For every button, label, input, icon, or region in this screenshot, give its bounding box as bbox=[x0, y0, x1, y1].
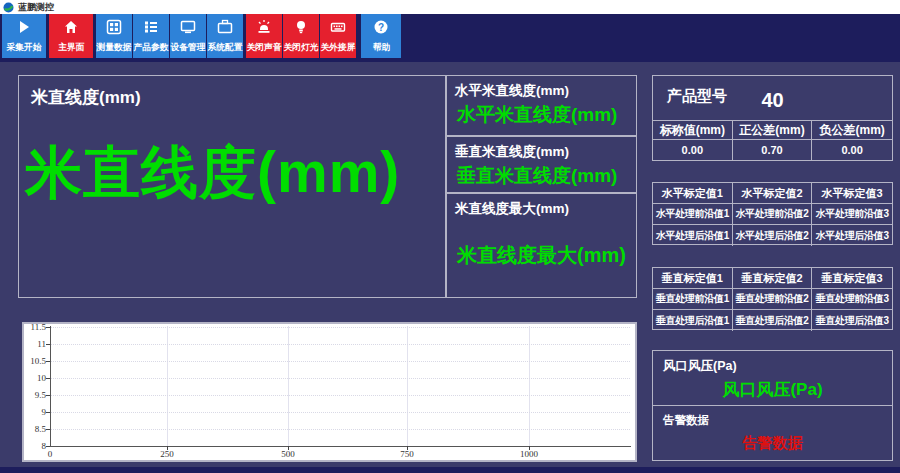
pressure-alarm-panel: 风口风压(Pa) 风口风压(Pa) 告警数据 告警数据 bbox=[652, 350, 893, 461]
v-post-edge-2: 垂直处理后沿值2 bbox=[733, 310, 813, 331]
toolbar: 采集开始 主界面 测量数据 产品参数 设备管理 系统配置 关闭声音 关闭灯光 bbox=[0, 14, 900, 58]
minus-tolerance-header: 负公差(mm) bbox=[812, 121, 892, 140]
chart-y-axis bbox=[50, 326, 51, 447]
v-post-edge-3: 垂直处理后沿值3 bbox=[812, 310, 892, 331]
list-icon bbox=[143, 19, 159, 39]
minus-tolerance-value: 0.00 bbox=[812, 140, 892, 160]
h-pre-edge-1: 水平处理前沿值1 bbox=[653, 204, 733, 225]
tolerance-header-row: 标称值(mm) 正公差(mm) 负公差(mm) bbox=[653, 121, 892, 140]
toolbar-button-mute-sound[interactable]: 关闭声音 bbox=[246, 14, 282, 58]
wind-pressure-label: 风口风压(Pa) bbox=[653, 351, 892, 375]
panel-vertical-straightness: 垂直米直线度(mm) 垂直米直线度(mm) bbox=[446, 136, 637, 193]
h-post-edge-1: 水平处理后沿值1 bbox=[653, 225, 733, 246]
chart-x-tick-label: 1000 bbox=[509, 449, 549, 459]
svg-text:?: ? bbox=[378, 21, 384, 32]
bottom-strip bbox=[0, 467, 900, 473]
nominal-header: 标称值(mm) bbox=[653, 121, 733, 140]
toolbar-button-product-params[interactable]: 产品参数 bbox=[133, 14, 169, 58]
chart-y-tick bbox=[46, 429, 50, 430]
trend-chart-panel: 11.5 11 10.5 10 9.5 9 8.5 8 0 250 500 75… bbox=[22, 322, 637, 462]
horizontal-straightness-label: 水平米直线度(mm) bbox=[447, 76, 636, 100]
chart-gridline-horizontal bbox=[50, 412, 630, 413]
toolbar-button-external-screen-off[interactable]: 关外接屏 bbox=[320, 14, 356, 58]
h-cal-1: 水平标定值1 bbox=[653, 183, 733, 204]
vertical-straightness-label: 垂直米直线度(mm) bbox=[447, 137, 636, 161]
chart-gridline-horizontal bbox=[50, 378, 630, 379]
home-icon bbox=[63, 19, 79, 39]
table-row: 垂直处理后沿值1 垂直处理后沿值2 垂直处理后沿值3 bbox=[653, 310, 892, 331]
siren-icon bbox=[256, 19, 272, 39]
horizontal-straightness-value: 水平米直线度(mm) bbox=[447, 100, 636, 128]
h-cal-2: 水平标定值2 bbox=[733, 183, 813, 204]
h-pre-edge-2: 水平处理前沿值2 bbox=[733, 204, 813, 225]
vertical-calibration-table: 垂直标定值1 垂直标定值2 垂直标定值3 垂直处理前沿值1 垂直处理前沿值2 垂… bbox=[652, 267, 893, 330]
chart-y-tick bbox=[46, 446, 50, 447]
chart-y-tick bbox=[46, 395, 50, 396]
chart-y-tick-label: 10 bbox=[24, 373, 46, 383]
max-straightness-value: 米直线度最大(mm) bbox=[447, 218, 636, 269]
toolbar-button-measure-data[interactable]: 测量数据 bbox=[96, 14, 132, 58]
table-row: 水平标定值1 水平标定值2 水平标定值3 bbox=[653, 183, 892, 204]
chart-y-tick-label: 8.5 bbox=[24, 424, 46, 434]
toolbar-button-start-acquisition[interactable]: 采集开始 bbox=[2, 14, 46, 58]
vertical-straightness-value: 垂直米直线度(mm) bbox=[447, 161, 636, 189]
keyboard-icon bbox=[330, 19, 346, 39]
alarm-data-label: 告警数据 bbox=[653, 406, 892, 428]
bulb-icon bbox=[293, 19, 309, 39]
v-pre-edge-1: 垂直处理前沿值1 bbox=[653, 289, 733, 310]
chart-x-tick-label: 500 bbox=[268, 449, 308, 459]
main-area: 米直线度(mm) 米直线度(mm) 水平米直线度(mm) 水平米直线度(mm) … bbox=[0, 62, 900, 467]
alarm-data-box: 告警数据 告警数据 bbox=[653, 406, 892, 453]
nominal-value: 0.00 bbox=[653, 140, 733, 160]
meter-straightness-title: 米直线度(mm) bbox=[19, 76, 445, 109]
h-cal-3: 水平标定值3 bbox=[812, 183, 892, 204]
trend-chart-plot-area: 11.5 11 10.5 10 9.5 9 8.5 8 0 250 500 75… bbox=[24, 324, 635, 460]
data-grid-icon bbox=[106, 19, 122, 39]
h-post-edge-2: 水平处理后沿值2 bbox=[733, 225, 813, 246]
chart-y-tick-label: 9 bbox=[24, 407, 46, 417]
chart-x-tick-label: 250 bbox=[147, 449, 187, 459]
tolerance-value-row: 0.00 0.70 0.00 bbox=[653, 140, 892, 160]
window-title: 蓝鹏测控 bbox=[18, 1, 54, 14]
wind-pressure-box: 风口风压(Pa) 风口风压(Pa) bbox=[653, 351, 892, 406]
chart-x-tick-label: 750 bbox=[387, 449, 427, 459]
play-icon bbox=[16, 19, 32, 39]
product-model-row: 产品型号 40 bbox=[653, 76, 892, 121]
help-icon: ? bbox=[373, 19, 389, 39]
product-model-table: 产品型号 40 标称值(mm) 正公差(mm) 负公差(mm) 0.00 0.7… bbox=[652, 75, 893, 161]
toolbar-button-system-config[interactable]: 系统配置 bbox=[207, 14, 243, 58]
v-cal-1: 垂直标定值1 bbox=[653, 268, 733, 289]
table-row: 水平处理后沿值1 水平处理后沿值2 水平处理后沿值3 bbox=[653, 225, 892, 246]
h-pre-edge-3: 水平处理前沿值3 bbox=[812, 204, 892, 225]
toolbar-button-device-manage[interactable]: 设备管理 bbox=[170, 14, 206, 58]
briefcase-icon bbox=[217, 19, 233, 39]
chart-y-tick bbox=[46, 378, 50, 379]
plus-tolerance-header: 正公差(mm) bbox=[733, 121, 813, 140]
chart-gridline-horizontal bbox=[50, 327, 630, 328]
toolbar-button-help[interactable]: ? 帮助 bbox=[361, 14, 401, 58]
chart-y-tick-label: 9.5 bbox=[24, 390, 46, 400]
product-model-value: 40 bbox=[653, 89, 892, 112]
chart-y-tick bbox=[46, 327, 50, 328]
chart-x-tick-label: 0 bbox=[30, 449, 70, 459]
alarm-data-value: 告警数据 bbox=[653, 428, 892, 453]
chart-y-tick-label: 11.5 bbox=[24, 322, 46, 332]
chart-gridline-horizontal bbox=[50, 361, 630, 362]
table-row: 水平处理前沿值1 水平处理前沿值2 水平处理前沿值3 bbox=[653, 204, 892, 225]
chart-y-tick-label: 11 bbox=[24, 339, 46, 349]
chart-gridline-horizontal bbox=[50, 429, 630, 430]
horizontal-calibration-table: 水平标定值1 水平标定值2 水平标定值3 水平处理前沿值1 水平处理前沿值2 水… bbox=[652, 182, 893, 245]
chart-y-tick bbox=[46, 361, 50, 362]
v-cal-3: 垂直标定值3 bbox=[812, 268, 892, 289]
plus-tolerance-value: 0.70 bbox=[733, 140, 813, 160]
toolbar-button-main-screen[interactable]: 主界面 bbox=[49, 14, 93, 58]
panel-horizontal-straightness: 水平米直线度(mm) 水平米直线度(mm) bbox=[446, 75, 637, 136]
v-pre-edge-3: 垂直处理前沿值3 bbox=[812, 289, 892, 310]
chart-y-tick-label: 10.5 bbox=[24, 356, 46, 366]
toolbar-button-lights-off[interactable]: 关闭灯光 bbox=[283, 14, 319, 58]
h-post-edge-3: 水平处理后沿值3 bbox=[812, 225, 892, 246]
toolbar-zone: 采集开始 主界面 测量数据 产品参数 设备管理 系统配置 关闭声音 关闭灯光 bbox=[0, 14, 900, 62]
monitor-icon bbox=[180, 19, 196, 39]
meter-straightness-value: 米直线度(mm) bbox=[19, 109, 445, 212]
chart-gridline-horizontal bbox=[50, 395, 630, 396]
